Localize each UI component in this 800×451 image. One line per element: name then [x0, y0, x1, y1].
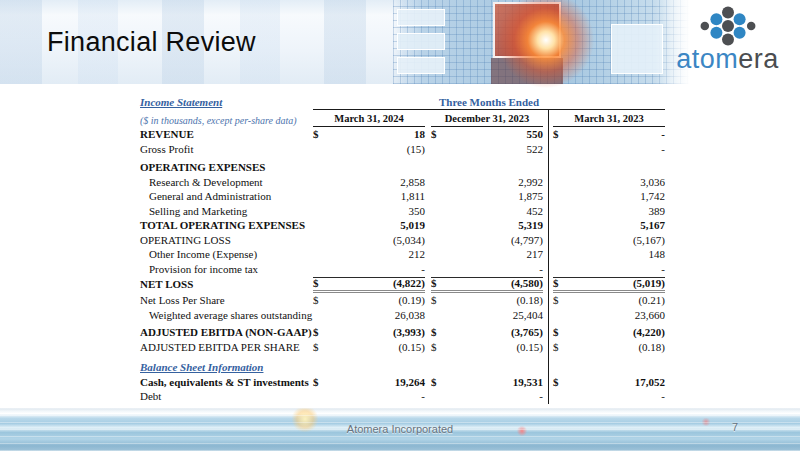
cell-value: 23,660 [635, 308, 665, 323]
cell-value: (3,993) [393, 325, 425, 340]
cell-value: (4,797) [511, 233, 543, 248]
balance-sheet-heading-row: Balance Sheet Information [140, 360, 665, 375]
circuit-chip [397, 9, 445, 26]
cell-value: (15) [407, 142, 425, 157]
table-row: Debt - - - [140, 389, 665, 404]
currency: $ [431, 325, 437, 340]
atomera-logo-text: atomera [655, 44, 800, 75]
cell-value: - [661, 127, 665, 142]
table-row: OPERATING EXPENSES [140, 160, 665, 175]
currency: $ [313, 340, 319, 355]
row-label: TOTAL OPERATING EXPENSES [140, 218, 313, 233]
table-header-dates-row: ($ in thousands, except per-share data) … [140, 110, 665, 127]
row-label: OPERATING EXPENSES [140, 160, 313, 175]
row-label: NET LOSS [140, 278, 313, 291]
footer-company: Atomera Incorporated [0, 423, 800, 435]
cell-value: (0.18) [638, 340, 665, 355]
income-statement-heading: Income Statement [140, 95, 313, 110]
cell-value: 148 [649, 247, 666, 262]
cell-value: 18 [414, 127, 425, 142]
cell-value: 522 [527, 142, 544, 157]
page-title: Financial Review [47, 27, 256, 58]
cell-value: (3,765) [511, 325, 543, 340]
atomera-logo-icon [699, 5, 757, 47]
cell-value: 25,404 [513, 308, 543, 323]
cell-value: (4,220) [633, 325, 665, 340]
currency: $ [431, 277, 437, 290]
row-label: Gross Profit [140, 142, 313, 157]
currency: $ [431, 340, 437, 355]
row-label: ADJUSTED EBITDA (NON-GAAP) [140, 325, 313, 340]
cell-value: 217 [527, 247, 544, 262]
cell-value: 5,319 [518, 218, 543, 233]
row-label: Cash, equivalents & ST investments [140, 375, 313, 390]
column-divider [548, 110, 549, 404]
logo-word-atom: atom [676, 44, 738, 74]
table-row: Selling and Marketing 350 452 389 [140, 204, 665, 219]
cell-value: 350 [409, 204, 426, 219]
three-months-ended-header: Three Months Ended [313, 95, 665, 110]
cell-value: 5,019 [400, 218, 425, 233]
cell-value: 452 [527, 204, 544, 219]
table-row: General and Administration 1,811 1,875 1… [140, 189, 665, 204]
cell-value: 26,038 [395, 308, 425, 323]
financial-table: Income Statement Three Months Ended ($ i… [140, 95, 665, 404]
row-label: Weighted average shares outstanding [140, 308, 313, 323]
cell-value: 1,742 [640, 189, 665, 204]
cell-value: (5,019) [633, 277, 665, 290]
row-label: Other Income (Expense) [140, 247, 313, 262]
table-row: TOTAL OPERATING EXPENSES 5,019 5,319 5,1… [140, 218, 665, 233]
currency: $ [313, 375, 319, 390]
circuit-board-image [393, 0, 693, 84]
table-row: Research & Development 2,858 2,992 3,036 [140, 175, 665, 190]
column-header: December 31, 2023 [431, 111, 543, 127]
row-label: Research & Development [140, 175, 313, 190]
table-row: Net Loss Per Share $(0.19) $(0.18) $(0.2… [140, 293, 665, 308]
cell-value: (5,034) [393, 233, 425, 248]
currency: $ [553, 127, 559, 142]
row-label: Provision for income tax [140, 262, 313, 277]
circuit-chip [397, 57, 445, 74]
currency: $ [553, 325, 559, 340]
table-row: Provision for income tax - - - [140, 262, 665, 277]
cell-value: - [661, 262, 665, 277]
row-label: Selling and Marketing [140, 204, 313, 219]
cell-value: 19,264 [395, 375, 425, 390]
header-banner: Financial Review atomera [0, 0, 800, 84]
cell-value: 1,811 [401, 189, 425, 204]
balance-sheet-heading: Balance Sheet Information [140, 360, 313, 375]
cell-value: 5,167 [640, 218, 665, 233]
table-row: ADJUSTED EBITDA (NON-GAAP) $(3,993) $(3,… [140, 325, 665, 340]
cell-value: 17,052 [635, 375, 665, 390]
cell-value: 550 [527, 127, 544, 142]
table-row: REVENUE $18 $550 $- [140, 127, 665, 142]
table-subtitle: ($ in thousands, except per-share data) [140, 114, 313, 127]
row-label: General and Administration [140, 189, 313, 204]
currency: $ [313, 293, 319, 308]
cell-value: (4,822) [393, 277, 425, 290]
currency: $ [553, 375, 559, 390]
cell-value: 3,036 [640, 175, 665, 190]
cell-value: (0.21) [638, 293, 665, 308]
orange-glow [496, 0, 596, 90]
table-row: Weighted average shares outstanding 26,0… [140, 308, 665, 323]
cell-value: (5,167) [633, 233, 665, 248]
circuit-chip [397, 33, 445, 50]
cell-value: (0.19) [398, 293, 425, 308]
logo-word-era: era [738, 44, 779, 74]
cell-value: (0.18) [516, 293, 543, 308]
row-label: ADJUSTED EBITDA PER SHARE [140, 340, 313, 355]
row-label: OPERATING LOSS [140, 233, 313, 248]
cell-value: 212 [409, 247, 426, 262]
atomera-logo: atomera [655, 0, 800, 84]
column-header: March 31, 2023 [553, 111, 665, 127]
slide: Financial Review atomera Income Statemen… [0, 0, 800, 451]
cell-value: - [661, 389, 665, 404]
footer-page-number: 7 [720, 421, 750, 433]
table-row-net-loss: NET LOSS $(4,822) $(4,580) $(5,019) [140, 276, 665, 293]
currency: $ [431, 293, 437, 308]
cell-value: - [661, 142, 665, 157]
currency: $ [553, 340, 559, 355]
row-label: REVENUE [140, 127, 313, 142]
table-row: Cash, equivalents & ST investments $19,2… [140, 375, 665, 390]
